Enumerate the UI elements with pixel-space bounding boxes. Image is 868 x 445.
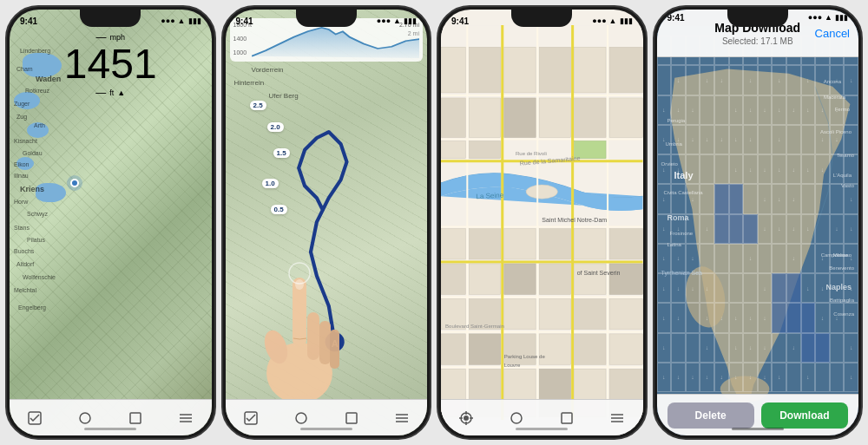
grid-cell-5-13[interactable] xyxy=(844,184,858,213)
grid-cell-2-2[interactable] xyxy=(686,95,700,125)
grid-cell-10-9[interactable] xyxy=(786,333,801,363)
grid-cell-2-4[interactable] xyxy=(714,95,729,125)
grid-cell-1-0[interactable] xyxy=(657,65,672,95)
grid-cell-5-6[interactable] xyxy=(743,184,758,213)
grid-cell-7-4[interactable] xyxy=(714,244,729,273)
grid-cell-10-4[interactable] xyxy=(714,333,729,363)
grid-cell-2-8[interactable] xyxy=(772,95,786,125)
grid-cell-11-11[interactable] xyxy=(815,363,830,392)
grid-cell-9-12[interactable] xyxy=(830,303,845,332)
toolbar-icon-3-square[interactable] xyxy=(558,409,575,427)
grid-cell-7-3[interactable] xyxy=(700,244,714,273)
grid-cell-6-4[interactable] xyxy=(714,214,729,244)
grid-cell-4-8[interactable] xyxy=(772,154,786,184)
grid-cell-4-7[interactable] xyxy=(758,154,773,184)
toolbar-icon-2-menu[interactable] xyxy=(393,409,411,427)
city-map[interactable]: Rue de la Samaritaine Rue de Rivoli La S… xyxy=(441,10,643,435)
grid-cell-1-8[interactable] xyxy=(772,65,786,95)
grid-cell-4-13[interactable] xyxy=(844,154,858,184)
grid-cell-11-2[interactable] xyxy=(686,363,700,392)
grid-cell-9-1[interactable] xyxy=(671,303,686,332)
grid-cell-5-1[interactable] xyxy=(671,184,686,213)
grid-cell-1-7[interactable] xyxy=(758,65,773,95)
grid-cell-7-10[interactable] xyxy=(801,244,816,273)
grid-cell-4-12[interactable] xyxy=(830,154,845,184)
route-map[interactable]: 1800 ft 1400 1000 2. xyxy=(226,10,428,435)
grid-cell-11-10[interactable] xyxy=(801,363,816,392)
grid-cell-11-12[interactable] xyxy=(830,363,845,392)
grid-cell-1-1[interactable] xyxy=(671,65,686,95)
grid-cell-5-5[interactable] xyxy=(729,184,744,213)
grid-cell-2-9[interactable] xyxy=(786,95,801,125)
grid-cell-11-9[interactable] xyxy=(786,363,801,392)
grid-cell-3-8[interactable] xyxy=(772,125,786,154)
grid-cell-6-8[interactable] xyxy=(772,214,786,244)
grid-cell-10-2[interactable] xyxy=(686,333,700,363)
grid-cell-1-10[interactable] xyxy=(801,65,816,95)
toolbar-icon-2-checkbox[interactable] xyxy=(242,409,260,427)
grid-cell-6-6[interactable] xyxy=(743,214,758,244)
grid-cell-6-13[interactable] xyxy=(844,214,858,244)
grid-cell-7-1[interactable] xyxy=(671,244,686,273)
grid-cell-10-10[interactable] xyxy=(801,333,816,363)
grid-cell-3-0[interactable] xyxy=(657,125,672,154)
grid-cell-7-6[interactable] xyxy=(743,244,758,273)
grid-cell-2-5[interactable] xyxy=(729,95,744,125)
grid-cell-10-7[interactable] xyxy=(758,333,773,363)
grid-cell-11-7[interactable] xyxy=(758,363,773,392)
grid-cell-6-12[interactable] xyxy=(830,214,845,244)
toolbar-icon-2-circle[interactable] xyxy=(293,409,310,427)
toolbar-icon-checkbox[interactable] xyxy=(26,409,43,427)
grid-cell-6-5[interactable] xyxy=(729,214,744,244)
toolbar-icon-3-circle[interactable] xyxy=(508,409,525,427)
grid-cell-8-8[interactable] xyxy=(772,273,786,303)
grid-cell-7-9[interactable] xyxy=(786,244,801,273)
grid-cell-9-10[interactable] xyxy=(801,303,816,332)
grid-cell-9-8[interactable] xyxy=(772,303,786,332)
grid-cell-11-6[interactable] xyxy=(743,363,758,392)
grid-cell-1-9[interactable] xyxy=(786,65,801,95)
grid-cell-9-13[interactable] xyxy=(844,303,858,332)
grid-cell-10-12[interactable] xyxy=(830,333,845,363)
grid-cell-3-5[interactable] xyxy=(729,125,744,154)
grid-cell-8-9[interactable] xyxy=(786,273,801,303)
grid-cell-6-7[interactable] xyxy=(758,214,773,244)
grid-cell-5-9[interactable] xyxy=(786,184,801,213)
grid-cell-10-13[interactable] xyxy=(844,333,858,363)
grid-cell-1-4[interactable] xyxy=(714,65,729,95)
grid-cell-2-7[interactable] xyxy=(758,95,773,125)
grid-cell-8-2[interactable] xyxy=(686,273,700,303)
grid-cell-8-4[interactable] xyxy=(714,273,729,303)
grid-cell-2-10[interactable] xyxy=(801,95,816,125)
grid-cell-7-7[interactable] xyxy=(758,244,773,273)
delete-button[interactable]: Delete xyxy=(667,402,754,429)
grid-cell-9-11[interactable] xyxy=(815,303,830,332)
grid-cell-10-0[interactable] xyxy=(657,333,672,363)
grid-cell-9-9[interactable] xyxy=(786,303,801,332)
grid-cell-11-1[interactable] xyxy=(671,363,686,392)
grid-cell-10-11[interactable] xyxy=(815,333,830,363)
grid-cell-3-10[interactable] xyxy=(801,125,816,154)
grid-cell-10-1[interactable] xyxy=(671,333,686,363)
grid-cell-1-13[interactable] xyxy=(844,65,858,95)
grid-cell-5-11[interactable] xyxy=(815,184,830,213)
cancel-button[interactable]: Cancel xyxy=(815,27,850,40)
grid-cell-4-9[interactable] xyxy=(786,154,801,184)
grid-cell-7-11[interactable] xyxy=(815,244,830,273)
grid-cell-5-10[interactable] xyxy=(801,184,816,213)
toolbar-icon-2-square[interactable] xyxy=(343,409,360,427)
grid-cell-9-7[interactable] xyxy=(758,303,773,332)
grid-cell-1-3[interactable] xyxy=(700,65,714,95)
toolbar-icon-square[interactable] xyxy=(127,409,144,427)
toolbar-icon-3-menu[interactable] xyxy=(608,409,626,427)
grid-cell-4-3[interactable] xyxy=(700,154,714,184)
grid-cell-11-3[interactable] xyxy=(700,363,714,392)
grid-cell-9-2[interactable] xyxy=(686,303,700,332)
grid-cell-10-8[interactable] xyxy=(772,333,786,363)
grid-cell-1-6[interactable] xyxy=(743,65,758,95)
grid-cell-9-4[interactable] xyxy=(714,303,729,332)
grid-cell-3-6[interactable] xyxy=(743,125,758,154)
download-button[interactable]: Download xyxy=(761,402,848,429)
grid-cell-11-13[interactable] xyxy=(844,363,858,392)
grid-cell-4-4[interactable] xyxy=(714,154,729,184)
